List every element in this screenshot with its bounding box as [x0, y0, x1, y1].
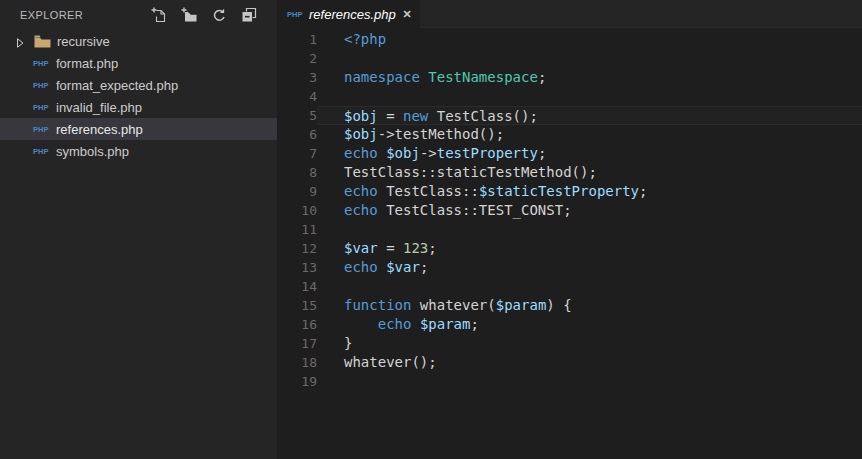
line-content [317, 372, 862, 391]
code-line[interactable]: 13echo $var; [277, 258, 862, 277]
line-content: echo TestClass::TEST_CONST; [317, 201, 862, 220]
code-line[interactable]: 2 [277, 49, 862, 68]
file-row[interactable]: PHPinvalid_file.php [0, 96, 277, 118]
line-number[interactable]: 8 [277, 163, 317, 182]
line-number[interactable]: 5 [277, 106, 317, 125]
php-file-icon: PHP [33, 59, 50, 68]
line-content: } [317, 334, 862, 353]
file-label: format.php [56, 56, 118, 71]
file-label: format_expected.php [56, 78, 178, 93]
file-label: references.php [56, 122, 143, 137]
new-file-button[interactable] [151, 7, 167, 23]
code-line[interactable]: 15function whatever($param) { [277, 296, 862, 315]
line-number[interactable]: 19 [277, 372, 317, 391]
tab-bar-empty-space [420, 0, 862, 28]
folder-row-recursive[interactable]: recursive [0, 30, 277, 52]
code-line[interactable]: 1<?php [277, 30, 862, 49]
php-file-icon: PHP [33, 125, 50, 134]
explorer-actions [151, 7, 269, 23]
line-content [317, 277, 862, 296]
file-tree: recursive PHPformat.phpPHPformat_expecte… [0, 30, 277, 162]
line-number[interactable]: 2 [277, 49, 317, 68]
folder-label: recursive [57, 34, 110, 49]
line-content: function whatever($param) { [317, 296, 862, 315]
line-content [317, 49, 862, 68]
code-line[interactable]: 19 [277, 372, 862, 391]
code-line[interactable]: 3namespace TestNamespace; [277, 68, 862, 87]
line-number[interactable]: 9 [277, 182, 317, 201]
line-content: $obj = new TestClass(); [317, 106, 862, 125]
line-number[interactable]: 11 [277, 220, 317, 239]
php-file-icon: PHP [33, 81, 50, 90]
code-line[interactable]: 10echo TestClass::TEST_CONST; [277, 201, 862, 220]
code-line[interactable]: 8TestClass::staticTestMethod(); [277, 163, 862, 182]
line-number[interactable]: 15 [277, 296, 317, 315]
explorer-title: EXPLORER [20, 9, 151, 21]
line-number[interactable]: 16 [277, 315, 317, 334]
line-number[interactable]: 13 [277, 258, 317, 277]
code-editor[interactable]: 1<?php23namespace TestNamespace;45$obj =… [277, 28, 862, 391]
tab-references-php[interactable]: PHP references.php ✕ [277, 0, 420, 28]
code-line-current[interactable]: 5$obj = new TestClass(); [277, 106, 862, 125]
code-line[interactable]: 6$obj->testMethod(); [277, 125, 862, 144]
code-line[interactable]: 7echo $obj->testProperty; [277, 144, 862, 163]
code-line[interactable]: 18whatever(); [277, 353, 862, 372]
php-file-icon: PHP [287, 10, 304, 19]
line-number[interactable]: 7 [277, 144, 317, 163]
explorer-header: EXPLORER [0, 0, 277, 28]
vscode-window: EXPLORER [0, 0, 862, 459]
line-content: <?php [317, 30, 862, 49]
file-row[interactable]: PHPformat.php [0, 52, 277, 74]
file-row[interactable]: PHPreferences.php [0, 118, 277, 140]
refresh-button[interactable] [211, 7, 227, 23]
line-number[interactable]: 3 [277, 68, 317, 87]
php-file-icon: PHP [33, 103, 50, 112]
line-content: $obj->testMethod(); [317, 125, 862, 144]
explorer-sidebar: EXPLORER [0, 0, 277, 459]
line-content: whatever(); [317, 353, 862, 372]
line-number[interactable]: 1 [277, 30, 317, 49]
line-number[interactable]: 10 [277, 201, 317, 220]
file-label: symbols.php [56, 144, 129, 159]
folder-icon [34, 35, 51, 48]
line-content [317, 220, 862, 239]
line-number[interactable]: 4 [277, 87, 317, 106]
new-folder-button[interactable] [181, 7, 197, 23]
code-line[interactable]: 14 [277, 277, 862, 296]
code-line[interactable]: 17} [277, 334, 862, 353]
line-content: namespace TestNamespace; [317, 68, 862, 87]
line-number[interactable]: 14 [277, 277, 317, 296]
code-line[interactable]: 4 [277, 87, 862, 106]
chevron-right-icon [15, 36, 25, 46]
collapse-all-icon [241, 7, 257, 23]
line-content [317, 87, 862, 106]
new-file-icon [151, 7, 167, 23]
file-list: PHPformat.phpPHPformat_expected.phpPHPin… [0, 52, 277, 162]
code-line[interactable]: 11 [277, 220, 862, 239]
php-file-icon: PHP [33, 147, 50, 156]
line-content: echo $obj->testProperty; [317, 144, 862, 163]
line-content: TestClass::staticTestMethod(); [317, 163, 862, 182]
tab-title: references.php [309, 7, 400, 22]
line-content: $var = 123; [317, 239, 862, 258]
refresh-icon [212, 8, 227, 23]
line-content: echo $param; [317, 315, 862, 334]
line-content: echo TestClass::$staticTestProperty; [317, 182, 862, 201]
tab-close-icon[interactable]: ✕ [400, 8, 420, 21]
tab-bar: PHP references.php ✕ [277, 0, 862, 28]
file-label: invalid_file.php [56, 100, 142, 115]
line-number[interactable]: 12 [277, 239, 317, 258]
file-row[interactable]: PHPsymbols.php [0, 140, 277, 162]
line-content: echo $var; [317, 258, 862, 277]
line-number[interactable]: 17 [277, 334, 317, 353]
line-number[interactable]: 18 [277, 353, 317, 372]
code-line[interactable]: 9echo TestClass::$staticTestProperty; [277, 182, 862, 201]
file-row[interactable]: PHPformat_expected.php [0, 74, 277, 96]
new-folder-icon [181, 7, 197, 23]
collapse-all-button[interactable] [241, 7, 257, 23]
editor-group: PHP references.php ✕ 1<?php23namespace T… [277, 0, 862, 459]
code-line[interactable]: 16 echo $param; [277, 315, 862, 334]
code-line[interactable]: 12$var = 123; [277, 239, 862, 258]
line-number[interactable]: 6 [277, 125, 317, 144]
